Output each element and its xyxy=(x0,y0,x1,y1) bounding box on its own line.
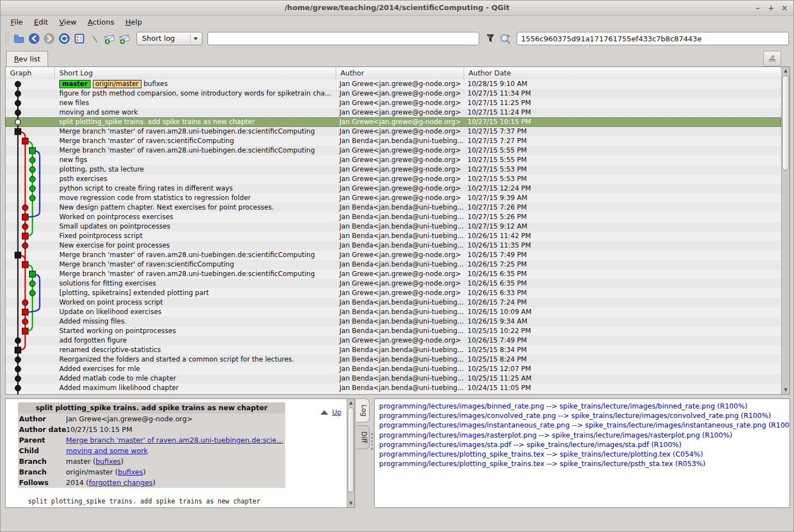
date-cell: 10/25/15 8:34 PM xyxy=(464,345,781,355)
detail-label: Parent xyxy=(18,435,66,445)
scroll-up-icon[interactable]: ▲ xyxy=(347,399,355,407)
tab-rev-list[interactable]: Rev list xyxy=(6,51,48,66)
commit-row[interactable]: Worked on pointprocess exercisesJan Bend… xyxy=(6,212,781,222)
commit-row[interactable]: masterorigin/masterbufixesJan Grewe<jan.… xyxy=(6,79,781,89)
detail-link[interactable]: Merge branch 'master' of raven.am28.uni-… xyxy=(66,436,283,444)
commit-row[interactable]: Merge branch 'master' of raven.am28.uni-… xyxy=(6,146,781,155)
commit-row[interactable]: new figsJan Grewe<jan.grewe@g-node.org>1… xyxy=(6,155,781,165)
find-button[interactable] xyxy=(87,31,102,46)
detail-link[interactable]: bufixes xyxy=(96,457,121,466)
detail-link[interactable]: moving and some work xyxy=(66,446,148,455)
side-tab-diff[interactable]: Diff xyxy=(356,425,370,449)
toolbar-drag-handle[interactable] xyxy=(6,32,8,45)
detail-text: Jan Grewe<jan.grewe@g-node.org> xyxy=(66,415,192,423)
commit-row[interactable]: figure for psth method comparsion, some … xyxy=(6,89,781,98)
commit-row[interactable]: Started working on pointprocessesJan Ben… xyxy=(6,326,781,336)
search-sha-button[interactable] xyxy=(498,31,513,46)
scroll-down-icon[interactable]: ▼ xyxy=(347,500,355,507)
sha-input[interactable] xyxy=(517,32,789,45)
commit-row[interactable]: New exercise for point processesJan Bend… xyxy=(6,241,781,250)
commit-row[interactable]: Merge branch 'master' of raven:scientifi… xyxy=(6,136,781,146)
commit-row[interactable]: Added maximum likelihood chapterJan Bend… xyxy=(6,383,781,393)
commit-row[interactable]: new filesJan Grewe<jan.grewe@g-node.org>… xyxy=(6,98,781,108)
file-entry[interactable]: programming/lectures/plotting_spike_trai… xyxy=(375,459,790,468)
shortlog-cell: python script to create firing rates in … xyxy=(55,184,336,193)
back-button[interactable] xyxy=(26,31,41,46)
detail-link[interactable]: forgotten changes xyxy=(89,478,153,487)
commit-row[interactable]: psth exercisesJan Grewe<jan.grewe@g-node… xyxy=(6,174,781,184)
close-button[interactable]: × xyxy=(780,1,789,15)
menu-edit[interactable]: Edit xyxy=(29,17,54,27)
file-entry[interactable]: programming/lectures/images/sta.pdf --> … xyxy=(375,440,790,449)
filter-highlight-button[interactable] xyxy=(483,31,498,46)
shortlog-cell: New exercise for point processes xyxy=(55,241,336,250)
commit-row[interactable]: Reorganized the folders and started a co… xyxy=(6,355,781,364)
author-cell: Jan Benda<jan.benda@uni-tuebing... xyxy=(336,231,464,241)
commit-row[interactable]: add forgotten figureJan Grewe<jan.grewe@… xyxy=(6,336,781,345)
commit-row[interactable]: Merge branch 'master' of raven.am28.uni-… xyxy=(6,127,781,136)
commit-row[interactable]: Fixed pointprocess scriptJan Benda<jan.b… xyxy=(6,231,781,241)
view-button[interactable] xyxy=(72,31,87,46)
commit-row[interactable]: plotting, psth, sta lectureJan Grewe<jan… xyxy=(6,165,781,174)
column-header-graph[interactable]: Graph xyxy=(6,67,55,79)
up-link[interactable]: Up xyxy=(332,408,341,416)
detail-link[interactable]: bufixes xyxy=(118,468,143,476)
view-mode-select[interactable]: Short log xyxy=(136,32,202,45)
patch-mail-apply-icon xyxy=(118,32,131,45)
filter-input[interactable] xyxy=(207,32,479,45)
scrollbar-thumb[interactable] xyxy=(348,407,354,492)
column-header-author-date[interactable]: Author Date xyxy=(464,67,781,79)
shortlog-cell: Added exercises for mle xyxy=(55,364,336,374)
commit-row[interactable]: New design pattern chapter. Next exercis… xyxy=(6,203,781,212)
date-cell: 10/26/15 6:35 PM xyxy=(464,269,781,279)
apply-patch-button[interactable] xyxy=(117,31,132,46)
shortlog-text: plotting, psth, sta lecture xyxy=(59,165,144,173)
file-entry[interactable]: programming/lectures/images/binned_rate.… xyxy=(375,401,790,411)
file-entry[interactable]: programming/lectures/images/rasterplot.p… xyxy=(375,430,790,440)
commit-row[interactable]: solutions for fitting exercisesJan Grewe… xyxy=(6,279,781,288)
refresh-button[interactable] xyxy=(56,31,72,46)
commit-row[interactable]: Update on likelihood exercisesJan Benda<… xyxy=(6,307,781,317)
commit-row[interactable]: Merge branch 'master' of raven.am28.uni-… xyxy=(6,269,781,279)
column-header-author[interactable]: Author xyxy=(336,67,464,79)
minimize-button[interactable]: – xyxy=(753,1,762,15)
scrollbar-thumb[interactable] xyxy=(782,75,789,170)
commit-row[interactable]: move regression code from statistics to … xyxy=(6,193,781,203)
menu-file[interactable]: File xyxy=(5,17,29,27)
save-patch-button[interactable] xyxy=(102,31,117,46)
commit-row[interactable]: Added matlab code to mle chapterJan Bend… xyxy=(6,374,781,383)
column-header-short-log[interactable]: Short Log xyxy=(55,67,336,79)
menu-help[interactable]: Help xyxy=(120,17,148,27)
file-entry[interactable]: programming/lectures/plotting_spike_trai… xyxy=(375,449,790,459)
file-entry[interactable]: programming/lectures/images/instantaneou… xyxy=(375,420,790,430)
file-entry[interactable]: programming/lectures/images/convolved_ra… xyxy=(375,411,790,420)
commit-row[interactable]: moving and some workJan Grewe<jan.grewe@… xyxy=(6,108,781,117)
menu-view[interactable]: View xyxy=(54,17,82,27)
commit-row[interactable]: Merge branch 'master' of raven.am28.uni-… xyxy=(6,250,781,260)
rev-list-scrollbar[interactable]: ▲ ▼ xyxy=(781,67,790,394)
commit-row[interactable]: Added exercises for mleJan Benda<jan.ben… xyxy=(6,364,781,374)
forward-button[interactable] xyxy=(41,31,56,46)
scroll-down-icon[interactable]: ▼ xyxy=(782,386,790,394)
author-cell: Jan Grewe<jan.grewe@g-node.org> xyxy=(336,146,464,155)
side-tab-log[interactable]: Log xyxy=(356,398,370,422)
shortlog-cell: Added maximum likelihood chapter xyxy=(55,383,336,393)
commit-row[interactable]: Small updates on pointprocessesJan Benda… xyxy=(6,222,781,231)
rev-rows: masterorigin/masterbufixesJan Grewe<jan.… xyxy=(6,79,781,395)
list-settings-button[interactable] xyxy=(763,51,781,66)
commit-row[interactable]: Added missing files.Jan Benda<jan.benda@… xyxy=(6,317,781,326)
commit-row[interactable]: [plotting, spiketrains] extended plottin… xyxy=(6,288,781,298)
scroll-up-icon[interactable]: ▲ xyxy=(782,67,790,75)
open-repository-button[interactable] xyxy=(11,31,26,46)
splitter-handle[interactable] xyxy=(371,433,373,450)
detail-label: Branch xyxy=(18,467,66,477)
menu-actions[interactable]: Actions xyxy=(82,17,120,27)
maximize-button[interactable]: + xyxy=(767,1,776,15)
commit-row[interactable]: python script to create firing rates in … xyxy=(6,184,781,193)
commit-row[interactable]: renamed descriptive-statisticsJan Benda<… xyxy=(6,345,781,355)
commit-row[interactable]: Merge branch 'master' of raven:scientifi… xyxy=(6,260,781,269)
shortlog-text: Merge branch 'master' of raven:scientifi… xyxy=(59,260,234,268)
commit-row[interactable]: split plotting_spike trains. add spike t… xyxy=(6,117,781,127)
detail-scrollbar[interactable]: ▲ ▼ xyxy=(347,399,355,507)
commit-row[interactable]: Worked on point process scriptJan Benda<… xyxy=(6,298,781,307)
